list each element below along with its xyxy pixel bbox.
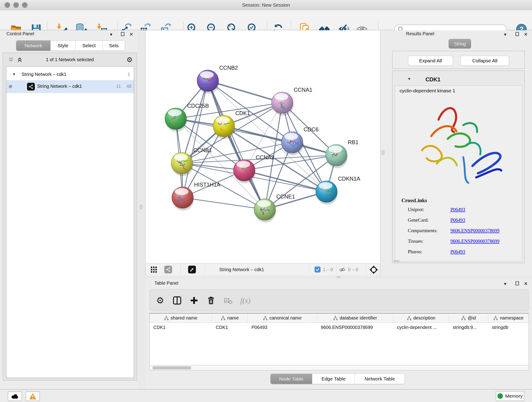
delete-column-icon[interactable]: [205, 294, 217, 306]
crosslink-link[interactable]: P06493: [450, 207, 465, 212]
control-panel-menu-icon[interactable]: ▾: [110, 32, 112, 37]
results-panel-float-icon[interactable]: [515, 32, 519, 37]
show-columns-icon[interactable]: [171, 294, 183, 306]
tab-string[interactable]: String: [449, 39, 471, 49]
network-node-hist1h1a[interactable]: HIST1H1A: [172, 182, 220, 211]
column-label: canonical name: [269, 315, 302, 321]
collapse-all-button[interactable]: Collapse All: [461, 56, 509, 66]
warnings-button[interactable]: [26, 391, 40, 401]
navigator-crosshair-icon[interactable]: [369, 265, 378, 274]
table-type-tabs: Node Table Edge Table Network Table: [270, 374, 405, 384]
node-label-cdk1: CDK1: [235, 110, 250, 116]
cell-name[interactable]: CDK1: [212, 323, 248, 332]
crosslink-link[interactable]: 9606.ENSP00000378699: [450, 238, 500, 244]
table-panel-menu-icon[interactable]: ▾: [504, 281, 506, 287]
network-selection-summary: 1 of 1 Network selected: [3, 53, 137, 66]
cell-id[interactable]: stringdb:9...: [449, 323, 488, 332]
network-canvas[interactable]: CCNB2CCNA1CDC25BCDK1CDC6RB1CCNB1CCNA2CDK…: [145, 30, 380, 263]
splitter-handle[interactable]: [382, 150, 385, 155]
scrollbar-thumb[interactable]: [152, 366, 191, 370]
cell-database-identifier[interactable]: 9606.ENSP00000378699: [317, 323, 393, 332]
results-panel-close-icon[interactable]: ✕: [524, 32, 528, 37]
birds-eye-view-icon[interactable]: [188, 266, 196, 274]
cell-namespace[interactable]: stringdb: [488, 323, 529, 332]
cloud-status-button[interactable]: [8, 391, 22, 401]
horizontal-splitter[interactable]: [145, 275, 532, 279]
column-header[interactable]: namespace: [488, 313, 529, 322]
network-status-dot: [9, 85, 12, 88]
table-panel-close-icon[interactable]: ✕: [524, 281, 528, 287]
selected-checkbox[interactable]: [315, 267, 321, 273]
network-options-gear-icon[interactable]: ⚙: [127, 56, 133, 64]
results-panel-menu-icon[interactable]: ▾: [504, 32, 506, 37]
tab-select[interactable]: Select: [75, 41, 103, 51]
control-panel: Control Panel ▾ ✕ Network Style Select S…: [0, 30, 138, 389]
cell-description[interactable]: cyclin-dependent ...: [393, 323, 449, 332]
table-options-gear-icon[interactable]: ⚙: [154, 294, 166, 306]
column-label: namespace: [500, 315, 523, 321]
network-view-toolbar: String Network – cdk1 1 – 0 0 – 0: [145, 263, 380, 275]
control-panel-close-icon[interactable]: ✕: [129, 32, 133, 37]
crosslink-row: Tissues: 9606.ENSP00000378699: [408, 238, 518, 249]
tab-node-table[interactable]: Node Table: [271, 374, 312, 384]
tab-edge-table[interactable]: Edge Table: [312, 374, 355, 384]
control-panel-tabs: Network Style Select Sets: [16, 40, 125, 51]
network-node-ccnb2[interactable]: CCNB2: [197, 65, 238, 94]
column-header[interactable]: description: [393, 313, 449, 322]
column-label: @id: [468, 315, 476, 321]
node-label-ccna2: CCNA2: [256, 154, 274, 160]
column-header[interactable]: database identifier: [317, 313, 393, 322]
network-node-cdk1[interactable]: CDK1: [213, 110, 250, 139]
network-node-ccna1[interactable]: CCNA1: [272, 87, 312, 116]
tree-expand-icon[interactable]: ▼: [12, 68, 16, 80]
tab-style[interactable]: Style: [51, 41, 75, 51]
expand-all-button[interactable]: Expand All: [408, 56, 453, 66]
table-row[interactable]: CDK1 CDK1 P06493 9606.ENSP00000378699 cy…: [150, 323, 529, 332]
tab-network-table[interactable]: Network Table: [355, 374, 405, 384]
network-share-icon: [27, 83, 35, 90]
tab-network[interactable]: Network: [16, 41, 51, 51]
string-network-graph[interactable]: CCNB2CCNA1CDC25BCDK1CDC6RB1CCNB1CCNA2CDK…: [146, 30, 380, 263]
footer-separator: [205, 265, 205, 274]
table-panel-float-icon[interactable]: [515, 281, 519, 286]
splitter-handle[interactable]: [140, 204, 143, 210]
column-header[interactable]: canonical name: [248, 313, 317, 322]
table-header-row: shared name name canonical name database…: [150, 313, 529, 323]
crosslink-link[interactable]: 9606.ENSP00000378699: [450, 228, 500, 234]
column-header[interactable]: shared name: [150, 313, 212, 322]
control-panel-float-icon[interactable]: [121, 32, 124, 37]
crosslink-link[interactable]: P06493: [450, 217, 465, 223]
network-view-share-icon[interactable]: [164, 266, 172, 274]
hidden-eye-icon: [339, 266, 346, 273]
crosslink-link[interactable]: P06493: [450, 249, 465, 255]
entry-collapse-icon[interactable]: ▼: [408, 77, 411, 81]
results-scrollbar-thumb[interactable]: [393, 260, 399, 262]
column-label: database identifier: [340, 315, 377, 321]
gene-name-heading: CDK1: [425, 76, 440, 83]
network-node-ccne1[interactable]: CCNE1: [254, 193, 295, 223]
network-node-cdc6[interactable]: CDC6: [281, 126, 318, 155]
splitter-handle[interactable]: [337, 276, 341, 278]
crosslink-label: Tissues:: [408, 238, 423, 244]
gene-description: cyclin-dependent kinase 1: [399, 88, 455, 94]
column-label: shared name: [171, 315, 197, 321]
network-row[interactable]: String Network – cdk1 11 48: [6, 80, 134, 93]
node-label-rb1: RB1: [348, 139, 359, 145]
network-node-rb1[interactable]: RB1: [326, 139, 359, 168]
crosslink-row: Compartments: 9606.ENSP00000378699: [408, 228, 518, 238]
cell-canonical-name[interactable]: P06493: [248, 323, 317, 332]
grid-view-icon[interactable]: [151, 266, 157, 273]
column-header[interactable]: name: [212, 313, 248, 322]
network-collection-row[interactable]: ▼ String Network – cdk1 1: [6, 68, 134, 80]
tab-sets[interactable]: Sets: [103, 41, 125, 51]
table-horizontal-scrollbar[interactable]: [149, 365, 529, 370]
memory-button[interactable]: Memory: [496, 391, 524, 401]
create-column-icon[interactable]: [188, 294, 200, 306]
attribute-icon: [263, 316, 268, 320]
column-label: name: [227, 315, 239, 321]
column-header[interactable]: @id: [449, 313, 488, 322]
table-toolbar: ⚙ f(x): [149, 289, 529, 311]
cell-shared-name[interactable]: CDK1: [150, 323, 212, 332]
left-splitter[interactable]: [138, 30, 145, 389]
network-node-cdkn1a[interactable]: CDKN1A: [316, 176, 360, 205]
